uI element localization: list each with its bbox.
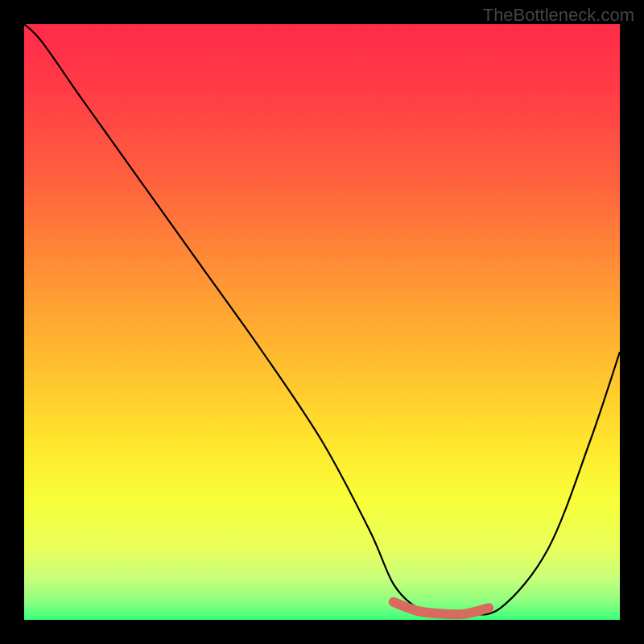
- watermark-text: TheBottleneck.com: [483, 5, 634, 26]
- chart-plot-area: [24, 24, 620, 620]
- main-curve: [24, 24, 620, 615]
- highlight-segment: [394, 602, 489, 615]
- chart-svg: [24, 24, 620, 620]
